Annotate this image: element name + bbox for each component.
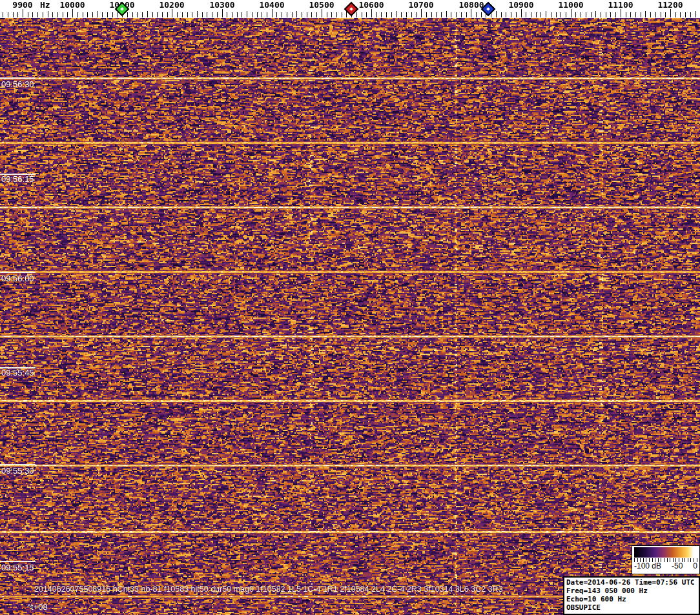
info-observer-line: OBSUPICE [566, 603, 697, 612]
freq-tick-label: 11000 [553, 0, 589, 10]
time-offset-label: ^t+08 [27, 602, 48, 612]
detection-hit-text: 20140626075508916 hCnt33 nb-81 f10583 hi… [34, 585, 503, 594]
freq-tick-label: 11200 [652, 0, 688, 10]
observation-info-box: Date=2014-06-26 Time=07:56 UTC Freq=143 … [563, 576, 700, 615]
time-label: 09:56:00 [1, 274, 34, 283]
colorbar-gradient [634, 547, 697, 558]
marker-dot-icon [349, 7, 353, 11]
spectrogram-waterfall-canvas[interactable] [0, 0, 700, 615]
intensity-colorbar: -100 dB -50 0 [632, 545, 700, 574]
freq-tick-label: 10400 [254, 0, 290, 10]
time-label: 09:55:45 [1, 368, 34, 378]
marker-dot-icon [120, 7, 124, 11]
time-label: 09:56:30 [1, 79, 34, 89]
marker-dot-icon [486, 7, 490, 11]
freq-tick-label: 11100 [602, 0, 639, 10]
freq-tick-label: 10700 [403, 0, 439, 10]
freq-tick-label: 10200 [154, 0, 190, 10]
info-echo-line: Echo=10 600 Hz [566, 595, 697, 603]
time-label: 09:56:15 [1, 174, 34, 184]
freq-tick-label: 9900 [5, 0, 41, 10]
time-label: 09:55:30 [1, 466, 34, 476]
colorbar-label-max: 0 [693, 561, 697, 570]
frequency-unit-label: Hz [40, 0, 50, 10]
time-label: 09:55:15 [1, 563, 34, 572]
freq-tick-label: 10600 [353, 0, 389, 10]
freq-tick-label: 10500 [304, 0, 340, 10]
frequency-ruler[interactable]: 9900 Hz 10000 10100 10200 10300 10400 10… [0, 0, 700, 18]
freq-tick-label: 10000 [54, 0, 90, 10]
info-freq-line: Freq=143 050 000 Hz [566, 587, 697, 595]
colorbar-label-min: -100 dB [634, 561, 661, 570]
colorbar-labels: -100 dB -50 0 [634, 561, 697, 570]
colorbar-label-mid: -50 [672, 561, 683, 570]
freq-tick-label: 10900 [503, 0, 539, 10]
spectrogram-app-window: 9900 Hz 10000 10100 10200 10300 10400 10… [0, 0, 700, 615]
freq-tick-label: 10300 [204, 0, 240, 10]
info-date-line: Date=2014-06-26 Time=07:56 UTC [566, 578, 697, 587]
